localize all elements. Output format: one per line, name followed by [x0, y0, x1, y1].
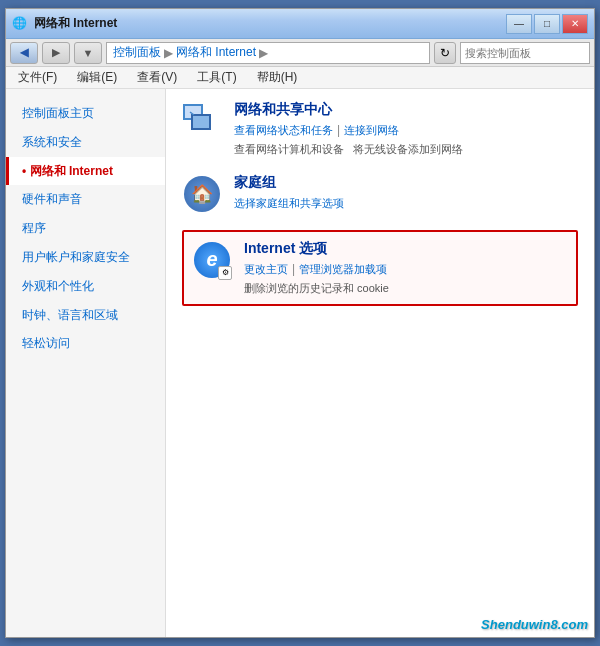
dropdown-button[interactable]: ▼	[74, 42, 102, 64]
title-bar: 🌐 网络和 Internet — □ ✕	[6, 9, 594, 39]
sidebar-item-users[interactable]: 用户帐户和家庭安全	[6, 243, 165, 272]
search-input[interactable]	[465, 47, 600, 59]
sidebar-item-home[interactable]: 控制面板主页	[6, 99, 165, 128]
menu-bar: 文件(F) 编辑(E) 查看(V) 工具(T) 帮助(H)	[6, 67, 594, 89]
ie-section-icon: e ⚙	[192, 240, 232, 280]
homegroup-section-title: 家庭组	[234, 174, 578, 192]
link-view-network[interactable]: 查看网络状态和任务	[234, 123, 333, 138]
main-content: 控制面板主页 系统和安全 网络和 Internet 硬件和声音 程序 用户帐户和…	[6, 89, 594, 637]
sidebar-item-clock[interactable]: 时钟、语言和区域	[6, 301, 165, 330]
network-section-links: 查看网络状态和任务 | 连接到网络	[234, 123, 578, 138]
sidebar-item-system[interactable]: 系统和安全	[6, 128, 165, 157]
network-section-text: 网络和共享中心 查看网络状态和任务 | 连接到网络 查看网络计算机和设备 将无线…	[234, 101, 578, 158]
menu-view[interactable]: 查看(V)	[133, 67, 181, 88]
back-button[interactable]: ◀	[10, 42, 38, 64]
forward-button[interactable]: ▶	[42, 42, 70, 64]
network-icon	[182, 101, 222, 141]
window-icon: 🌐	[12, 16, 28, 32]
breadcrumb-current[interactable]: 网络和 Internet	[176, 44, 256, 61]
link-homegroup-options[interactable]: 选择家庭组和共享选项	[234, 196, 344, 211]
sidebar-item-network[interactable]: 网络和 Internet	[6, 157, 165, 186]
menu-tools[interactable]: 工具(T)	[193, 67, 240, 88]
right-content: 网络和共享中心 查看网络状态和任务 | 连接到网络 查看网络计算机和设备 将无线…	[166, 89, 594, 637]
link-manage-addons[interactable]: 管理浏览器加载项	[299, 262, 387, 277]
close-button[interactable]: ✕	[562, 14, 588, 34]
menu-edit[interactable]: 编辑(E)	[73, 67, 121, 88]
sidebar: 控制面板主页 系统和安全 网络和 Internet 硬件和声音 程序 用户帐户和…	[6, 89, 166, 637]
network-section-title: 网络和共享中心	[234, 101, 578, 119]
homegroup-icon: 🏠	[184, 176, 220, 212]
watermark: Shenduwin8.com	[481, 617, 588, 632]
sidebar-item-programs[interactable]: 程序	[6, 214, 165, 243]
internet-options-highlight-box: e ⚙ Internet 选项 更改主页 | 管理浏览器加载项 删除浏览的历史记…	[182, 230, 578, 307]
sidebar-item-accessibility[interactable]: 轻松访问	[6, 329, 165, 358]
menu-file[interactable]: 文件(F)	[14, 67, 61, 88]
address-path[interactable]: 控制面板 ▶ 网络和 Internet ▶	[106, 42, 430, 64]
homegroup-section-icon: 🏠	[182, 174, 222, 214]
homegroup-section-text: 家庭组 选择家庭组和共享选项	[234, 174, 578, 214]
sidebar-item-hardware[interactable]: 硬件和声音	[6, 185, 165, 214]
network-section-icon	[182, 101, 222, 141]
ie-section-text: Internet 选项 更改主页 | 管理浏览器加载项 删除浏览的历史记录和 c…	[244, 240, 568, 297]
search-box: 🔍	[460, 42, 590, 64]
menu-help[interactable]: 帮助(H)	[253, 67, 302, 88]
address-bar: ◀ ▶ ▼ 控制面板 ▶ 网络和 Internet ▶ ↻ 🔍	[6, 39, 594, 67]
section-network: 网络和共享中心 查看网络状态和任务 | 连接到网络 查看网络计算机和设备 将无线…	[182, 101, 578, 158]
section-internet-options: e ⚙ Internet 选项 更改主页 | 管理浏览器加载项 删除浏览的历史记…	[192, 240, 568, 297]
minimize-button[interactable]: —	[506, 14, 532, 34]
main-window: 🌐 网络和 Internet — □ ✕ ◀ ▶ ▼ 控制面板 ▶ 网络和 In…	[5, 8, 595, 638]
breadcrumb-home[interactable]: 控制面板	[113, 44, 161, 61]
svg-rect-1	[192, 115, 210, 129]
ie-overlay-icon: ⚙	[218, 266, 232, 280]
title-bar-left: 🌐 网络和 Internet	[12, 15, 117, 32]
sidebar-item-appearance[interactable]: 外观和个性化	[6, 272, 165, 301]
ie-section-links: 更改主页 | 管理浏览器加载项	[244, 262, 568, 277]
homegroup-section-links: 选择家庭组和共享选项	[234, 196, 578, 211]
ie-section-desc: 删除浏览的历史记录和 cookie	[244, 280, 568, 297]
ie-section-title: Internet 选项	[244, 240, 568, 258]
network-section-desc: 查看网络计算机和设备 将无线设备添加到网络	[234, 141, 578, 158]
refresh-button[interactable]: ↻	[434, 42, 456, 64]
title-buttons: — □ ✕	[506, 14, 588, 34]
link-change-homepage[interactable]: 更改主页	[244, 262, 288, 277]
window-title: 网络和 Internet	[34, 15, 117, 32]
maximize-button[interactable]: □	[534, 14, 560, 34]
link-connect-network[interactable]: 连接到网络	[344, 123, 399, 138]
ie-icon-wrapper: e ⚙	[192, 240, 232, 280]
section-homegroup: 🏠 家庭组 选择家庭组和共享选项	[182, 174, 578, 214]
